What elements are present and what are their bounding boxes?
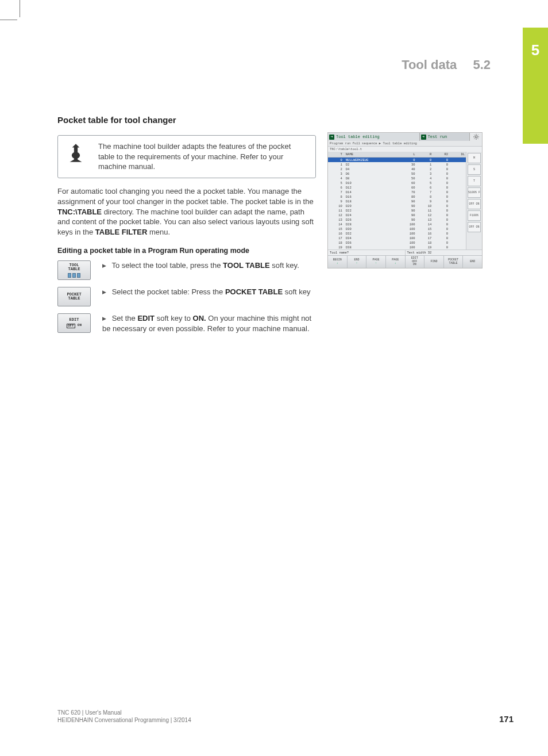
table-row[interactable]: 16D32100160 <box>328 231 466 236</box>
gear-icon[interactable] <box>469 133 482 141</box>
table-cell: 19 <box>328 245 345 250</box>
fig-softkey[interactable]: PAGE <box>366 256 386 268</box>
table-cell: 30 <box>397 162 416 167</box>
sidebar-item[interactable]: F100% <box>468 210 481 221</box>
table-row[interactable]: 4D85040 <box>328 176 466 181</box>
table-cell: 50 <box>397 171 416 176</box>
softkey-label: EDIT <box>70 318 79 323</box>
table-cell: 0 <box>433 204 449 208</box>
subheading: Pocket table for tool changer <box>57 115 494 125</box>
table-row[interactable]: 5D106050 <box>328 181 466 185</box>
fig-softkey[interactable]: EDITOFFON <box>406 256 425 268</box>
table-row[interactable]: 6D126060 <box>328 185 466 190</box>
table-row[interactable]: 1D23010 <box>328 162 466 167</box>
tool-table-softkey[interactable]: TOOL TABLE <box>57 260 91 280</box>
fig-softkey[interactable]: FIND <box>424 256 444 268</box>
table-cell: 6 <box>416 185 433 190</box>
table-cell <box>449 236 466 240</box>
table-cell: 50 <box>397 176 416 181</box>
table-cell: D22 <box>345 208 397 213</box>
table-cell: 90 <box>397 199 416 204</box>
table-cell: 100 <box>397 236 416 240</box>
fig-softkey[interactable]: PAGE <box>386 256 406 268</box>
chapter-tab: 5 <box>523 28 548 144</box>
table-row[interactable]: 13D2690130 <box>328 217 466 222</box>
table-cell: D18 <box>345 199 397 204</box>
sidebar-item[interactable]: OFF ON <box>468 199 481 209</box>
table-cell: 2 <box>328 167 345 171</box>
fig-softkey[interactable]: END <box>463 256 482 268</box>
table-cell: D30 <box>345 227 397 231</box>
table-cell: 0 <box>433 171 449 176</box>
table-row[interactable]: 10D2090100 <box>328 204 466 208</box>
machine-manual-icon <box>64 141 88 172</box>
table-row[interactable]: 7D147070 <box>328 190 466 194</box>
footer-line: HEIDENHAIN Conversational Programming | … <box>57 716 191 724</box>
table-cell: 7 <box>416 190 433 194</box>
table-cell: 0 <box>433 167 449 171</box>
table-cell: 0 <box>433 194 449 199</box>
step-bold: TOOL TABLE <box>223 261 270 270</box>
table-row[interactable]: 3D65030 <box>328 171 466 176</box>
arrow-icon: ➔ <box>329 135 334 140</box>
table-cell: 17 <box>328 236 345 240</box>
sidebar-item[interactable]: T <box>468 176 481 186</box>
step-span: Set the <box>112 314 138 323</box>
table-cell: 0 <box>433 181 449 185</box>
table-cell: 0 <box>433 185 449 190</box>
svg-line-6 <box>477 139 478 139</box>
sidebar-item[interactable]: S <box>468 164 481 175</box>
fig-softkey-bar: BEGINENDPAGEPAGEEDITOFFONFINDPOCKETTABLE… <box>328 255 482 268</box>
table-row[interactable]: 11D2290110 <box>328 208 466 213</box>
fig-softkey[interactable]: END <box>348 256 367 268</box>
softkey-label: TABLE <box>68 267 80 272</box>
sidebar-item[interactable]: S100% F <box>468 187 481 198</box>
table-cell: 8 <box>328 194 345 199</box>
table-row[interactable]: 19D38100190 <box>328 245 466 250</box>
table-row[interactable]: 12D2490120 <box>328 213 466 217</box>
table-cell: 70 <box>397 190 416 194</box>
table-cell: 14 <box>328 222 345 227</box>
table-cell: D2 <box>345 162 397 167</box>
table-cell: D10 <box>345 181 397 185</box>
table-cell: D34 <box>345 236 397 240</box>
pocket-table-softkey[interactable]: POCKET TABLE <box>57 287 91 306</box>
table-cell <box>449 199 466 204</box>
table-cell: 18 <box>416 240 433 245</box>
fig-softkey[interactable]: POCKETTABLE <box>444 256 464 268</box>
manual-note-text: The machine tool builder adapts the feat… <box>98 141 308 172</box>
edit-softkey[interactable]: EDIT OFFON <box>57 313 91 333</box>
table-cell: 11 <box>328 208 345 213</box>
sidebar-item[interactable]: OFF ON <box>468 222 481 232</box>
table-cell: 3 <box>416 171 433 176</box>
table-row[interactable]: 0NULLWERKZEUG000 <box>328 158 466 163</box>
step-span: Select the pocket table: Press the <box>112 287 225 296</box>
table-row[interactable]: 8D168080 <box>328 194 466 199</box>
table-cell: 16 <box>328 231 345 236</box>
table-cell: 90 <box>397 204 416 208</box>
table-row[interactable]: 18D36100180 <box>328 240 466 245</box>
fig-title-left: ➔ Tool table editing <box>328 133 419 141</box>
page-number: 171 <box>499 714 514 724</box>
table-header: T <box>328 152 345 158</box>
table-cell: 6 <box>328 185 345 190</box>
table-cell: 90 <box>397 217 416 222</box>
table-cell <box>449 171 466 176</box>
table-cell: 0 <box>433 190 449 194</box>
svg-line-7 <box>474 139 474 139</box>
fig-softkey[interactable]: BEGIN <box>328 256 348 268</box>
table-cell: 100 <box>397 245 416 250</box>
table-row[interactable]: 9D189090 <box>328 199 466 204</box>
table-row[interactable]: 17D34100170 <box>328 236 466 240</box>
table-cell <box>449 231 466 236</box>
table-cell: 0 <box>433 227 449 231</box>
sidebar-item[interactable]: M <box>468 153 481 163</box>
fig-breadcrumb: Program run full sequence ▶ Tool table e… <box>328 141 482 147</box>
tool-table[interactable]: TNAMELRR2DL 0NULLWERKZEUG0001D230102D440… <box>328 152 466 250</box>
body-paragraph: For automatic tool changing you need the… <box>57 186 316 238</box>
table-row[interactable]: 15D30100150 <box>328 227 466 231</box>
step-row: EDIT OFFON Set the EDIT soft key to ON. … <box>57 313 316 334</box>
table-row[interactable]: 2D44020 <box>328 167 466 171</box>
table-row[interactable]: 14D28100140 <box>328 222 466 227</box>
arrow-icon: ➔ <box>421 135 426 140</box>
